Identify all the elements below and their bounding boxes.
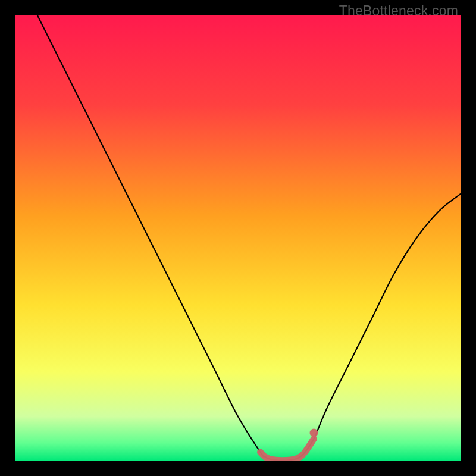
bottleneck-curve (15, 15, 461, 461)
highlight-flat-region (261, 439, 314, 461)
watermark-label: TheBottleneck.com (339, 3, 458, 19)
highlight-end-dot (310, 429, 318, 437)
curve-layer (15, 15, 461, 461)
plot-area (15, 15, 461, 461)
chart-stage: TheBottleneck.com (0, 0, 476, 476)
